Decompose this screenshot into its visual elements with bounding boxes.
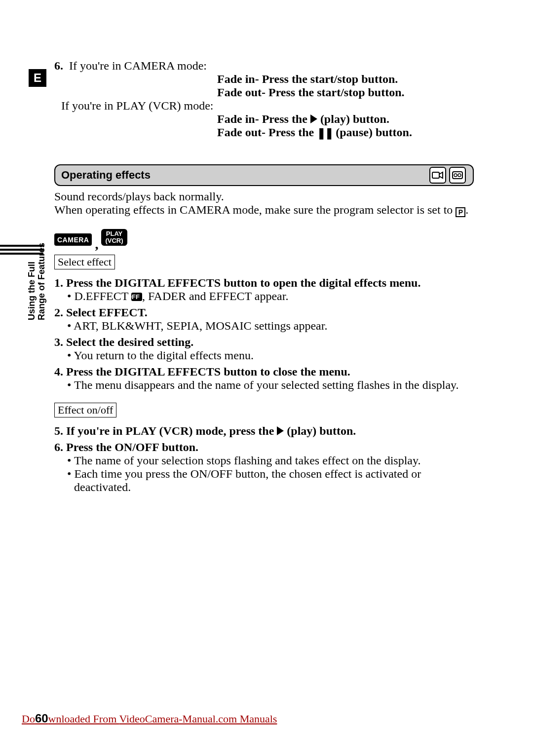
intro-line-1: Sound records/plays back normally.: [54, 190, 474, 203]
camera-fadeout: Fade out- Press the start/stop button.: [217, 86, 474, 99]
play-icon: [277, 426, 284, 435]
step-4-bullet: The menu disappears and the name of your…: [74, 378, 474, 392]
step-1: 1. Press the DIGITAL EFFECTS button to o…: [54, 276, 474, 303]
play-mode-intro: If you're in PLAY (VCR) mode:: [61, 99, 474, 113]
footer-pre: Do: [22, 713, 35, 725]
step-2: 2. Select EFFECT. ART, BLK&WHT, SEPIA, M…: [54, 306, 474, 333]
page-number: 60: [35, 712, 48, 725]
step-4: 4. Press the DIGITAL EFFECTS button to c…: [54, 365, 474, 392]
camera-mode-badge: CAMERA: [54, 233, 92, 246]
camera-icon: [429, 167, 446, 184]
b1-post: , FADER and EFFECT appear.: [142, 290, 288, 302]
main-content: 6. If you're in CAMERA mode: Fade in- Pr…: [54, 59, 474, 494]
step-num: 4.: [54, 365, 63, 378]
step-num: 2.: [54, 306, 63, 319]
camera-fadein: Fade in- Press the start/stop button.: [217, 73, 474, 86]
side-line-1: Using the Full: [27, 262, 37, 320]
step-1-bullet: D.EFFECT OFF, FADER and EFFECT appear.: [74, 290, 474, 303]
footer: Do60wnloaded From VideoCamera-Manual.com…: [22, 712, 277, 725]
step-head: Press the DIGITAL EFFECTS button to open…: [66, 276, 420, 289]
intro-line-2-pre: When operating effects in CAMERA mode, m…: [54, 203, 456, 216]
section-icons: [429, 166, 471, 184]
step-3: 3. Select the desired setting. You retur…: [54, 336, 474, 362]
manual-page: E Using the Full Range of Features 6. If…: [0, 0, 533, 756]
play-fadeout-post: (pause) button.: [333, 126, 412, 139]
play-fadeout: Fade out- Press the ❚❚ (pause) button.: [217, 126, 474, 140]
select-effect-box: Select effect: [54, 255, 115, 269]
comma: ,: [95, 242, 98, 247]
intro-line-2-post: .: [465, 203, 468, 216]
svg-rect-0: [432, 172, 439, 178]
step-6b: 6. Press the ON/OFF button. The name of …: [54, 441, 474, 494]
step-number: 6.: [54, 59, 69, 73]
step-head: Press the ON/OFF button.: [66, 441, 198, 454]
language-badge: E: [29, 69, 46, 87]
step-3-bullet: You return to the digital effects menu.: [74, 349, 474, 362]
play-fadein: Fade in- Press the (play) button.: [217, 113, 474, 126]
section-title: Operating effects: [55, 169, 473, 182]
section-header-bar: Operating effects: [54, 164, 474, 186]
svg-point-2: [454, 174, 457, 177]
step-num: 1.: [54, 276, 63, 290]
footer-mid: wnloaded From: [48, 713, 119, 725]
play-vcr-mode-badge: PLAY(VCR): [101, 229, 127, 246]
tape-icon: [449, 167, 466, 184]
intro-line-2: When operating effects in CAMERA mode, m…: [54, 203, 474, 217]
step-2-bullet: ART, BLK&WHT, SEPIA, MOSAIC settings app…: [74, 319, 474, 333]
program-box: P: [456, 207, 465, 217]
play-fadeout-pre: Fade out- Press the: [217, 126, 317, 139]
step-head: Select EFFECT.: [66, 306, 148, 319]
svg-point-3: [458, 174, 461, 177]
step-num: 5.: [54, 424, 63, 438]
mode-badges: CAMERA , PLAY(VCR): [54, 229, 474, 246]
play-icon: [310, 114, 317, 123]
step-head: Select the desired setting.: [66, 336, 193, 348]
step-num: 6.: [54, 441, 63, 454]
play-fadein-post: (play) button.: [317, 113, 389, 125]
b1-pre: D.EFFECT: [74, 290, 131, 302]
step-5-pre: If you're in PLAY (VCR) mode, press the: [66, 424, 277, 437]
footer-link[interactable]: Do60wnloaded From VideoCamera-Manual.com…: [22, 713, 277, 725]
effect-onoff-box: Effect on/off: [54, 403, 116, 417]
step-6b-bullet-1: The name of your selection stops flashin…: [74, 454, 474, 467]
footer-link-text: VideoCamera-Manual.com Manuals: [119, 713, 277, 725]
step-5-post: (play) button.: [284, 424, 356, 437]
step-6-text: If you're in CAMERA mode:: [69, 59, 207, 73]
step-5: 5. If you're in PLAY (VCR) mode, press t…: [54, 424, 474, 438]
play-fadein-pre: Fade in- Press the: [217, 113, 310, 125]
step-6b-bullet-2: Each time you press the ON/OFF button, t…: [74, 467, 474, 494]
pause-icon: ❚❚: [317, 127, 333, 140]
off-badge: OFF: [131, 293, 142, 301]
step-head: Press the DIGITAL EFFECTS button to clos…: [66, 365, 350, 378]
step-6-block: 6. If you're in CAMERA mode: Fade in- Pr…: [54, 59, 474, 140]
step-num: 3.: [54, 336, 63, 349]
side-line-2: Range of Features: [37, 243, 46, 320]
